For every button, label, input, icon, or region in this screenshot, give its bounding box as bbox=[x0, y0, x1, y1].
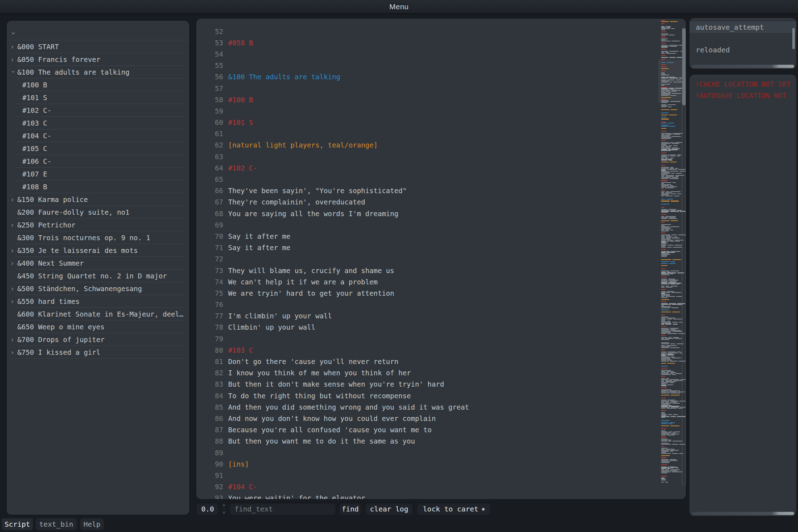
editor-line[interactable]: 93You were waitin' for the elevator bbox=[196, 493, 686, 499]
tree-item[interactable]: ›&350 Je te laisserai des mots bbox=[7, 244, 189, 257]
editor-line[interactable]: 91 bbox=[196, 470, 686, 481]
tree-item[interactable]: #102 C- bbox=[7, 104, 189, 117]
tree-item[interactable]: &450 String Quartet no. 2 in D major bbox=[7, 270, 189, 282]
editor-line[interactable]: 70Say it after me bbox=[196, 231, 686, 242]
editor-line[interactable]: 71Say it after me bbox=[196, 242, 686, 254]
log-horizontal-scrollbar[interactable] bbox=[692, 65, 794, 68]
tree-item[interactable]: #106 C- bbox=[7, 155, 189, 168]
tree-item[interactable]: #104 C- bbox=[7, 129, 189, 142]
editor-line[interactable]: 64#102 C- bbox=[196, 162, 686, 174]
find-button[interactable]: find bbox=[339, 502, 362, 515]
chevron-right-icon[interactable]: › bbox=[10, 221, 17, 229]
chevron-down-icon[interactable]: › bbox=[10, 31, 17, 35]
log-line[interactable] bbox=[689, 33, 796, 44]
tree-item[interactable]: &300 Trois nocturnes op. 9 no. 1 bbox=[7, 231, 189, 244]
tree-item[interactable]: &200 Faure-dolly suite, no1 bbox=[7, 206, 189, 219]
editor-line[interactable]: 76 bbox=[196, 299, 686, 311]
log-line[interactable]: reloaded bbox=[689, 44, 796, 56]
script-editor-panel[interactable]: 5253#058 B545556&100 The adults are talk… bbox=[196, 18, 686, 499]
tab-help[interactable]: Help bbox=[80, 518, 104, 531]
tab-text-bin[interactable]: text_bin bbox=[35, 518, 77, 531]
editor-line[interactable]: 58#100 B bbox=[196, 94, 686, 105]
tree-item[interactable]: &650 Weep o mine eyes bbox=[7, 320, 189, 333]
editor-scrollbar[interactable] bbox=[682, 28, 686, 485]
editor-line[interactable]: 55 bbox=[196, 60, 686, 71]
tree-item[interactable]: #101 S bbox=[7, 91, 189, 104]
tree-item[interactable]: ›&550 hard times bbox=[7, 295, 189, 308]
editor-lines[interactable]: 5253#058 B545556&100 The adults are talk… bbox=[196, 26, 686, 499]
chevron-right-icon[interactable]: › bbox=[10, 348, 17, 356]
editor-line[interactable]: 66They've been sayin', "You're sophistic… bbox=[196, 185, 686, 197]
tree-item[interactable]: &600 Klarinet Sonate in Es-Majeur, deel… bbox=[7, 308, 189, 320]
tree-item[interactable]: ›&150 Karma police bbox=[7, 193, 189, 206]
editor-line[interactable]: 86And now you don't know how you could e… bbox=[196, 413, 686, 424]
editor-line[interactable]: 52 bbox=[196, 26, 686, 37]
tree-item[interactable]: #100 B bbox=[7, 79, 189, 91]
tree-item[interactable]: #105 C bbox=[7, 142, 189, 155]
editor-line[interactable]: 92#104 C- bbox=[196, 481, 686, 493]
editor-line[interactable]: 77I'm climbin' up your wall bbox=[196, 311, 686, 322]
tab-script[interactable]: Script bbox=[1, 518, 33, 531]
editor-line[interactable]: 74We can't help it if we are a problem bbox=[196, 276, 686, 288]
lock-to-caret-button[interactable]: lock to caret ● bbox=[417, 502, 491, 515]
tree-item[interactable]: #107 E bbox=[7, 168, 189, 180]
log-line[interactable]: autosave_attempt bbox=[689, 22, 796, 33]
number-stepper-value[interactable]: 0.0 bbox=[196, 502, 219, 515]
chevron-right-icon[interactable]: › bbox=[10, 196, 17, 203]
editor-line[interactable]: 69 bbox=[196, 219, 686, 231]
tree-item[interactable]: ›&050 Francis forever bbox=[7, 53, 189, 66]
chevron-right-icon[interactable]: › bbox=[10, 247, 17, 254]
editor-line[interactable]: 81Don't go there 'cause you'll never ret… bbox=[196, 356, 686, 367]
editor-line[interactable]: 67They're complainin', overeducated bbox=[196, 197, 686, 208]
editor-line[interactable]: 89 bbox=[196, 447, 686, 458]
editor-line[interactable]: 72 bbox=[196, 254, 686, 265]
tree-item[interactable]: ›&400 Next Summer bbox=[7, 257, 189, 270]
editor-line[interactable]: 63 bbox=[196, 151, 686, 162]
editor-line[interactable]: 80#103 C bbox=[196, 345, 686, 356]
tree-item[interactable]: #108 B bbox=[7, 180, 189, 193]
chevron-right-icon[interactable]: › bbox=[10, 336, 17, 343]
chevron-right-icon[interactable]: › bbox=[10, 259, 17, 267]
tree-item[interactable]: ›&000 START bbox=[7, 40, 189, 53]
find-input[interactable]: find_text bbox=[229, 502, 336, 515]
editor-line[interactable]: 83But then it don't make sense when you'… bbox=[196, 379, 686, 390]
log-vertical-scrollbar[interactable] bbox=[792, 28, 795, 49]
editor-line[interactable]: 68You are saying all the words I'm dream… bbox=[196, 208, 686, 219]
editor-line[interactable]: 61 bbox=[196, 128, 686, 140]
editor-line[interactable]: 56&100 The adults are talking bbox=[196, 71, 686, 83]
chevron-down-icon[interactable]: › bbox=[10, 70, 17, 76]
clear-log-button[interactable]: clear log bbox=[365, 502, 413, 515]
chevron-right-icon[interactable]: › bbox=[10, 285, 17, 293]
editor-line[interactable]: 82I know you think of me when you think … bbox=[196, 368, 686, 379]
tree-item[interactable]: ›&750 I kissed a girl bbox=[7, 346, 189, 359]
editor-line[interactable]: 88But then you want me to do it the same… bbox=[196, 436, 686, 447]
editor-line[interactable]: 54 bbox=[196, 48, 686, 60]
tree-item[interactable]: #103 C bbox=[7, 117, 189, 129]
tree-item[interactable]: ›&100 The adults are talking bbox=[7, 66, 189, 79]
editor-line[interactable]: 87Because you're all confused 'cause you… bbox=[196, 424, 686, 436]
tree-item[interactable]: ›&500 Ständchen, Schwanengesang bbox=[7, 282, 189, 295]
warning-horizontal-scrollbar[interactable] bbox=[692, 512, 794, 515]
chevron-right-icon[interactable]: › bbox=[10, 297, 17, 305]
scrollbar-thumb[interactable] bbox=[682, 28, 686, 105]
stepper-down-icon[interactable]: ˅ bbox=[222, 510, 225, 515]
chevron-right-icon[interactable]: › bbox=[10, 56, 17, 63]
editor-line[interactable]: 62[natural light players, teal/orange] bbox=[196, 140, 686, 151]
editor-line[interactable]: 57 bbox=[196, 83, 686, 94]
editor-line[interactable]: 60#101 S bbox=[196, 117, 686, 128]
editor-line[interactable]: 75We are tryin' hard to get your attenti… bbox=[196, 288, 686, 299]
minimap[interactable] bbox=[660, 19, 683, 499]
editor-line[interactable]: 90[ins] bbox=[196, 458, 686, 470]
number-stepper[interactable]: ˄ ˅ bbox=[220, 502, 228, 515]
editor-line[interactable]: 84To do the right thing but without reco… bbox=[196, 390, 686, 401]
editor-line[interactable]: 79 bbox=[196, 333, 686, 345]
editor-line[interactable]: 78Climbin' up your wall bbox=[196, 322, 686, 333]
editor-line[interactable]: 59 bbox=[196, 105, 686, 117]
editor-line[interactable]: 85And then you did something wrong and y… bbox=[196, 401, 686, 413]
chevron-right-icon[interactable]: › bbox=[10, 43, 17, 51]
tree-item[interactable]: ›&700 Drops of jupiter bbox=[7, 333, 189, 346]
editor-line[interactable]: 53#058 B bbox=[196, 37, 686, 48]
tree-item[interactable]: ›&250 Petrichor bbox=[7, 219, 189, 231]
menu-bar[interactable]: Menu bbox=[0, 0, 798, 14]
editor-line[interactable]: 65 bbox=[196, 174, 686, 185]
